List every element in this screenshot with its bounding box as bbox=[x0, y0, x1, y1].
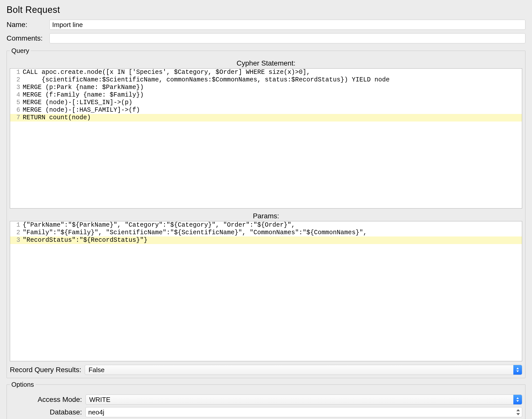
name-field[interactable] bbox=[49, 20, 525, 30]
record-query-results-value: False bbox=[88, 366, 105, 374]
code-line[interactable]: 2 {scientificName:$ScientificName, commo… bbox=[10, 76, 522, 84]
line-number: 3 bbox=[10, 84, 23, 91]
code-text: MERGE (node)-[:LIVES_IN]->(p) bbox=[23, 99, 522, 106]
code-text: CALL apoc.create.node([x IN ['Species', … bbox=[23, 69, 522, 76]
line-number: 2 bbox=[10, 229, 23, 236]
stepper-up-icon[interactable] bbox=[515, 408, 521, 412]
code-text: MERGE (node)-[:HAS_FAMILY]->(f) bbox=[23, 106, 522, 114]
comments-field[interactable] bbox=[49, 33, 525, 43]
line-number: 2 bbox=[10, 76, 23, 84]
options-fieldset: Options Access Mode: WRITE Da bbox=[7, 381, 525, 419]
line-number: 6 bbox=[10, 106, 23, 114]
code-line[interactable]: 1{"ParkName":"${ParkName}", "Category":"… bbox=[10, 221, 522, 229]
code-text: {"ParkName":"${ParkName}", "Category":"$… bbox=[23, 221, 522, 229]
line-number: 5 bbox=[10, 99, 23, 106]
code-line[interactable]: 3"RecordStatus":"${RecordStatus}"} bbox=[10, 236, 522, 244]
line-number: 4 bbox=[10, 91, 23, 99]
params-label: Params: bbox=[10, 212, 522, 220]
stepper-down-icon[interactable] bbox=[515, 412, 521, 416]
comments-label: Comments: bbox=[7, 34, 49, 42]
database-field[interactable] bbox=[85, 407, 522, 417]
code-text: RETURN count(node) bbox=[23, 114, 522, 122]
line-number: 1 bbox=[10, 69, 23, 76]
line-number: 1 bbox=[10, 221, 23, 229]
record-query-results-label: Record Query Results: bbox=[10, 366, 81, 374]
code-line[interactable]: 1CALL apoc.create.node([x IN ['Species',… bbox=[10, 69, 522, 76]
page-title: Bolt Request bbox=[7, 5, 525, 15]
code-text: {scientificName:$ScientificName, commonN… bbox=[23, 76, 522, 84]
code-text: "Family":"${Family}", "ScientificName":"… bbox=[23, 229, 522, 236]
code-line[interactable]: 6MERGE (node)-[:HAS_FAMILY]->(f) bbox=[10, 106, 522, 114]
access-mode-label: Access Mode: bbox=[10, 396, 85, 404]
record-query-results-select[interactable]: False bbox=[85, 365, 522, 375]
line-number: 7 bbox=[10, 114, 23, 122]
cypher-editor[interactable]: 1CALL apoc.create.node([x IN ['Species',… bbox=[10, 68, 522, 208]
code-line[interactable]: 7RETURN count(node) bbox=[10, 114, 522, 122]
query-fieldset: Query Cypher Statement: 1CALL apoc.creat… bbox=[7, 47, 525, 378]
line-number: 3 bbox=[10, 236, 23, 244]
query-legend: Query bbox=[10, 47, 31, 55]
code-text: MERGE (f:Family {name: $Family}) bbox=[23, 91, 522, 99]
name-label: Name: bbox=[7, 21, 49, 29]
cypher-statement-label: Cypher Statement: bbox=[10, 59, 522, 67]
code-line[interactable]: 2"Family":"${Family}", "ScientificName":… bbox=[10, 229, 522, 236]
access-mode-select[interactable]: WRITE bbox=[85, 395, 522, 405]
code-line[interactable]: 5MERGE (node)-[:LIVES_IN]->(p) bbox=[10, 99, 522, 106]
database-label: Database: bbox=[10, 408, 85, 416]
params-editor[interactable]: 1{"ParkName":"${ParkName}", "Category":"… bbox=[10, 221, 522, 361]
access-mode-value: WRITE bbox=[89, 396, 110, 404]
code-text: "RecordStatus":"${RecordStatus}"} bbox=[23, 236, 522, 244]
code-line[interactable]: 4MERGE (f:Family {name: $Family}) bbox=[10, 91, 522, 99]
code-line[interactable]: 3MERGE (p:Park {name: $ParkName}) bbox=[10, 84, 522, 91]
options-legend: Options bbox=[10, 381, 36, 388]
dropdown-arrows-icon bbox=[513, 365, 522, 375]
code-text: MERGE (p:Park {name: $ParkName}) bbox=[23, 84, 522, 91]
dropdown-arrows-icon bbox=[513, 395, 522, 404]
